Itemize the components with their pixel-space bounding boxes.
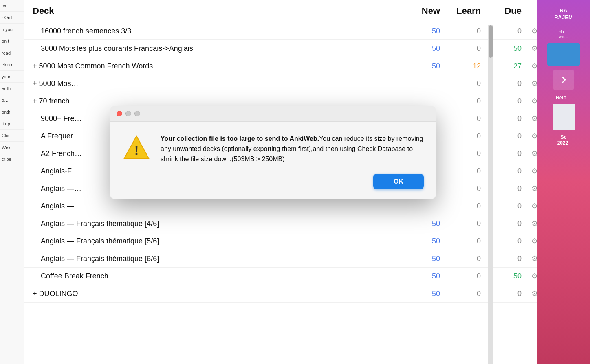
left-sidebar-item: it up — [0, 118, 24, 130]
cell-due: 0 — [481, 237, 522, 246]
gear-button[interactable]: ⚙ — [522, 167, 538, 175]
deck-name[interactable]: Anglais — Français thématique [4/6] — [41, 219, 399, 228]
cell-due: 27 — [481, 62, 522, 70]
cell-learn: 0 — [440, 27, 481, 35]
deck-name[interactable]: 3000 Mots les plus courants Francais->An… — [41, 44, 399, 53]
right-sidebar: NARAJEM ph…wc… Relo… Sc2022- — [537, 0, 590, 364]
gear-button[interactable]: ⚙ — [522, 26, 538, 35]
deck-table-header: Deck New Learn Due — [24, 0, 546, 22]
table-row: Anglais —… 0 0 ⚙ — [24, 197, 546, 215]
cell-learn: 0 — [440, 184, 481, 193]
sidebar-arrow-icon — [553, 70, 574, 90]
col-due-header: Due — [481, 6, 522, 16]
cell-new: 50 — [399, 272, 440, 281]
warning-icon: ! — [122, 134, 151, 162]
dialog-message-bold: Your collection file is too large to sen… — [161, 135, 319, 142]
cell-learn: 0 — [440, 289, 481, 298]
cell-learn: 0 — [440, 97, 481, 105]
gear-button[interactable]: ⚙ — [522, 219, 538, 228]
left-sidebar-item: n you — [0, 24, 24, 35]
sidebar-sc-label: Sc2022- — [557, 134, 570, 146]
gear-button[interactable]: ⚙ — [522, 149, 538, 158]
scrollbar-thumb[interactable] — [489, 25, 493, 58]
close-button[interactable] — [117, 111, 122, 116]
dialog-titlebar — [110, 106, 436, 122]
maximize-button[interactable] — [134, 111, 140, 116]
cell-learn: 0 — [440, 202, 481, 211]
gear-button[interactable]: ⚙ — [522, 237, 538, 246]
left-sidebar-item: o… — [0, 94, 24, 106]
dialog-body: ! Your collection file is too large to s… — [110, 122, 436, 174]
cell-due: 0 — [481, 289, 522, 298]
left-sidebar-item: cribe — [0, 153, 24, 165]
gear-button[interactable]: ⚙ — [522, 289, 538, 298]
deck-name[interactable]: + 5000 Mos… — [33, 79, 399, 88]
table-row: + 5000 Mos… 0 0 ⚙ — [24, 75, 546, 92]
cell-learn: 0 — [440, 114, 481, 123]
gear-button[interactable]: ⚙ — [522, 61, 538, 70]
cell-due: 0 — [481, 132, 522, 140]
deck-name[interactable]: Anglais — Français thématique [5/6] — [41, 237, 399, 246]
cell-learn: 0 — [440, 132, 481, 140]
cell-new: 50 — [399, 254, 440, 263]
minimize-button[interactable] — [125, 111, 131, 116]
deck-name[interactable]: + 70 french… — [33, 97, 399, 105]
gear-button[interactable]: ⚙ — [522, 132, 538, 140]
left-sidebar-item: on t — [0, 35, 24, 47]
cell-due: 0 — [481, 219, 522, 228]
table-row: 3000 Mots les plus courants Francais->An… — [24, 40, 546, 57]
sidebar-reload-label: Relo… — [556, 95, 571, 101]
deck-name[interactable]: Coffee Break French — [41, 272, 399, 281]
sidebar-top-label: NARAJEM — [554, 7, 573, 21]
left-sidebar-item: onth — [0, 106, 24, 118]
left-sidebar-item: Clic — [0, 130, 24, 142]
gear-button[interactable]: ⚙ — [522, 44, 538, 53]
cell-due: 0 — [481, 27, 522, 35]
cell-new: 50 — [399, 62, 440, 70]
table-row: 16000 french sentences 3/3 50 0 0 ⚙ — [24, 22, 546, 40]
deck-name[interactable]: 16000 french sentences 3/3 — [41, 27, 399, 35]
gear-button[interactable]: ⚙ — [522, 79, 538, 88]
cell-due: 0 — [481, 254, 522, 263]
sidebar-blue-box — [547, 43, 580, 66]
col-learn-header: Learn — [440, 6, 481, 16]
left-sidebar-item: er th — [0, 83, 24, 94]
deck-name[interactable]: + DUOLINGO — [33, 289, 399, 298]
left-sidebar-item: read — [0, 47, 24, 59]
gear-button[interactable]: ⚙ — [522, 96, 538, 105]
cell-new: 50 — [399, 289, 440, 298]
cell-new: 50 — [399, 44, 440, 53]
gear-button[interactable]: ⚙ — [522, 272, 538, 281]
cell-learn: 12 — [440, 62, 481, 70]
svg-text:!: ! — [134, 143, 139, 158]
table-row: Anglais — Français thématique [6/6] 50 0… — [24, 250, 546, 268]
deck-name[interactable]: Anglais —… — [41, 202, 399, 211]
deck-name[interactable]: Anglais — Français thématique [6/6] — [41, 254, 399, 263]
cell-learn: 0 — [440, 254, 481, 263]
left-sidebar: ox… r Ord n you on t read cion c your er… — [0, 0, 24, 364]
cell-new: 50 — [399, 237, 440, 246]
cell-learn: 0 — [440, 44, 481, 53]
gear-button[interactable]: ⚙ — [522, 254, 538, 263]
left-sidebar-item: r Ord — [0, 12, 24, 24]
alert-dialog: ! Your collection file is too large to s… — [110, 106, 436, 199]
table-row: Anglais — Français thématique [5/6] 50 0… — [24, 232, 546, 250]
table-row: Coffee Break French 50 0 50 ⚙ — [24, 268, 546, 285]
cell-due: 0 — [481, 114, 522, 123]
table-row: + 5000 Most Common French Words 50 12 27… — [24, 57, 546, 75]
left-sidebar-item: ox… — [0, 0, 24, 12]
left-sidebar-item: your — [0, 71, 24, 83]
gear-button[interactable]: ⚙ — [522, 114, 538, 123]
cell-learn: 0 — [440, 79, 481, 88]
deck-name[interactable]: + 5000 Most Common French Words — [33, 62, 399, 70]
cell-learn: 0 — [440, 272, 481, 281]
cell-learn: 0 — [440, 167, 481, 175]
ok-button[interactable]: OK — [373, 174, 424, 189]
cell-new: 50 — [399, 219, 440, 228]
scrollbar-track[interactable] — [488, 25, 493, 364]
cell-learn: 0 — [440, 237, 481, 246]
cell-due: 0 — [481, 149, 522, 158]
col-new-header: New — [399, 6, 440, 16]
gear-button[interactable]: ⚙ — [522, 202, 538, 211]
gear-button[interactable]: ⚙ — [522, 184, 538, 193]
